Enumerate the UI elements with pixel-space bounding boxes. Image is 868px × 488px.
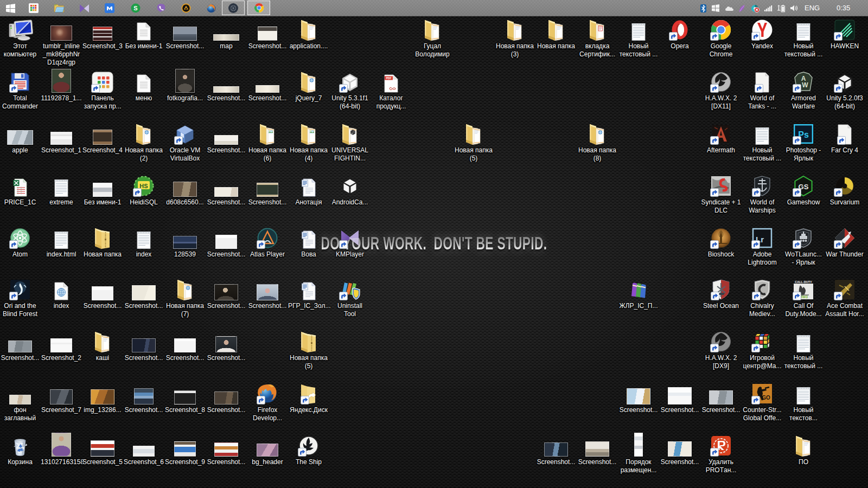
svg-text:HS: HS: [139, 183, 148, 189]
svg-text:S: S: [133, 5, 137, 11]
svg-text:W: W: [802, 81, 808, 89]
svg-text:CALL·DUTY: CALL·DUTY: [795, 280, 812, 284]
svg-text:GO: GO: [762, 395, 770, 401]
svg-text:PDF: PDF: [386, 76, 392, 80]
